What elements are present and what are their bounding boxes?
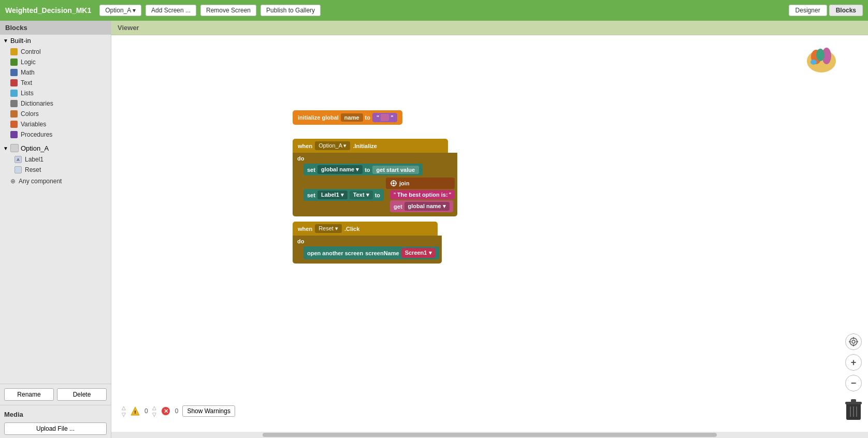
logic-color-box [10,59,18,66]
init-global-prefix: initialize global [298,114,339,121]
when-initialize-block[interactable]: when Option_A ▾ .Initialize do set globa… [293,139,457,216]
svg-rect-10 [393,185,394,186]
when-reset-click-block[interactable]: when Reset ▾ .Click do open another scre… [293,222,442,264]
sidebar-item-math[interactable]: Math [0,67,111,78]
warn-up-arrow: △ [122,405,126,411]
set-label-2: set [307,192,315,198]
publish-gallery-btn[interactable]: Publish to Gallery [261,5,321,16]
delete-btn[interactable]: Delete [57,388,107,401]
svg-point-8 [393,182,395,184]
viewer-header: Viewer [111,21,868,35]
sidebar-item-control[interactable]: Control [0,47,111,57]
sidebar-item-colors[interactable]: Colors [0,109,111,119]
svg-point-6 [811,60,817,65]
get-label: get [394,203,402,210]
math-color-box [10,69,18,76]
h-scrollbar[interactable] [111,432,868,438]
h-scrollbar-thumb [263,433,717,437]
zoom-in-icon: + [851,358,857,367]
any-component-label: Any component [19,178,62,185]
zoom-out-btn[interactable]: − [845,375,862,391]
when-event: .Initialize [353,143,377,149]
warning-icon: ! [130,406,140,416]
upload-file-btn[interactable]: Upload File ... [4,422,107,435]
init-global-to: to [365,114,370,121]
text-color-box [10,79,18,86]
sidebar-item-label1[interactable]: A Label1 [0,154,111,165]
screen1-value: Screen1 ▾ [405,250,432,256]
builtin-section-header[interactable]: ▼ Built-in [0,35,111,47]
sidebar: Blocks ▼ Built-in Control Logic Math Tex… [0,21,111,438]
sidebar-bottom-buttons: Rename Delete [0,384,111,405]
when-screen: Option_A ▾ [315,141,350,150]
warn-down-arrow: ▽ [122,412,126,417]
error-icon: ✕ [161,406,171,416]
sidebar-item-procedures[interactable]: Procedures [0,129,111,140]
sidebar-item-lists[interactable]: Lists [0,88,111,98]
error-count: 0 [175,407,179,415]
quote-open: " [394,192,396,198]
trash-btn[interactable] [844,398,863,422]
option-a-dropdown-btn[interactable]: Option_A ▾ [99,5,141,16]
when-label-2: when [298,226,312,232]
do-label: do [295,155,455,162]
best-option-text: The best option is: [397,192,448,198]
svg-point-18 [852,340,855,343]
open-screen-label: open another screen [307,250,363,256]
sidebar-item-dictionaries[interactable]: Dictionaries [0,98,111,109]
sidebar-item-variables-label: Variables [21,121,46,128]
svg-rect-12 [395,183,397,184]
control-color-box [10,48,18,55]
gear-icon [390,180,397,187]
to-label-1: to [365,167,370,173]
warn-count: 0 [144,407,148,415]
init-global-block[interactable]: initialize global name to " " [293,110,402,125]
remove-screen-btn[interactable]: Remove Screen [200,5,256,16]
sidebar-item-variables[interactable]: Variables [0,119,111,129]
screen-name-label: screenName [365,250,399,256]
global-name-get: global name ▾ [404,202,450,211]
media-section: Media Upload File ... [0,405,111,438]
reset-icon [15,166,22,173]
blocks-btn[interactable]: Blocks [829,5,863,16]
add-screen-btn[interactable]: Add Screen ... [146,5,196,16]
sidebar-item-any-component[interactable]: ⊕ Any component [0,176,111,186]
zoom-in-btn[interactable]: + [845,354,862,371]
svg-rect-25 [851,399,856,402]
svg-point-17 [850,338,857,345]
when-label: when [298,143,312,149]
svg-text:✕: ✕ [163,408,168,414]
sidebar-item-logic-label: Logic [21,59,36,66]
init-global-name: name [341,113,363,122]
designer-btn[interactable]: Designer [789,5,827,16]
lists-color-box [10,90,18,97]
global-name-var: global name ▾ [317,165,363,174]
svg-text:!: ! [135,410,136,415]
app-header: Weighted_Decision_MK1 Option_A ▾ Add Scr… [0,0,868,21]
option-a-component-header[interactable]: ▼ Option_A [0,142,111,154]
get-start-value: get start value [372,166,419,174]
sidebar-item-reset[interactable]: Reset [0,165,111,175]
zoom-controls: + − [845,333,862,391]
error-down-arrow: ▽ [152,412,156,417]
reset-component: Reset ▾ [315,224,342,233]
viewer-canvas[interactable]: initialize global name to " " when Optio… [111,35,868,438]
label1-label: Label1 [25,156,44,163]
procedures-color-box [10,131,18,138]
svg-point-5 [816,49,824,61]
to-label-2: to [375,192,380,198]
sidebar-item-text[interactable]: Text [0,78,111,88]
option-a-collapse-icon: ▼ [3,145,8,151]
warnings-area: △ ▽ ! 0 △ ▽ ✕ 0 Show Warnings [122,405,235,417]
sidebar-item-logic[interactable]: Logic [0,57,111,67]
init-value-empty [381,114,389,121]
rename-btn[interactable]: Rename [4,388,54,401]
app-title: Weighted_Decision_MK1 [5,6,91,14]
sidebar-blocks-header: Blocks [0,21,111,35]
svg-rect-11 [390,183,392,184]
do-label-2: do [295,238,439,244]
show-warnings-btn[interactable]: Show Warnings [182,405,235,417]
target-btn[interactable] [845,333,862,350]
label1-icon: A [15,156,22,163]
init-value-quote2: " [390,114,393,121]
